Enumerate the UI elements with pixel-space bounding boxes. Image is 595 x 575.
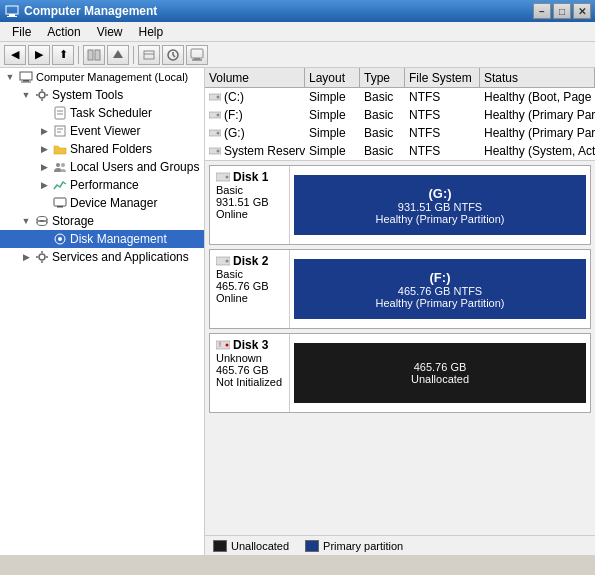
menu-help[interactable]: Help [131, 23, 172, 41]
disk-management-label: Disk Management [70, 232, 167, 246]
system-tools-expand-icon: ▼ [18, 87, 34, 103]
row1-volume: (C:) [224, 90, 244, 104]
table-body: (C:) Simple Basic NTFS Healthy (Boot, Pa… [205, 88, 595, 161]
col-status[interactable]: Status [480, 68, 595, 87]
svg-line-10 [173, 55, 175, 57]
svg-marker-5 [113, 50, 123, 58]
col-type[interactable]: Type [360, 68, 405, 87]
legend-unallocated: Unallocated [213, 540, 289, 552]
table-row[interactable]: (G:) Simple Basic NTFS Healthy (Primary … [205, 124, 595, 142]
disk3-partition1[interactable]: 465.76 GB Unallocated [294, 343, 586, 403]
show-hide-button[interactable] [83, 45, 105, 65]
device-manager-icon [52, 195, 68, 211]
services-label: Services and Applications [52, 250, 189, 264]
sidebar-item-local-users[interactable]: ▶ Local Users and Groups [0, 158, 204, 176]
legend-unallocated-label: Unallocated [231, 540, 289, 552]
sidebar-item-services[interactable]: ▶ Services and Applications [0, 248, 204, 266]
app-icon [4, 3, 20, 19]
disk2-partitions[interactable]: (F:) 465.76 GB NTFS Healthy (Primary Par… [290, 250, 590, 328]
disk2-type: Basic [216, 268, 283, 280]
toolbar-separator [78, 46, 79, 64]
disk1-p1-sub: Healthy (Primary Partition) [376, 213, 505, 225]
svg-rect-11 [191, 49, 203, 58]
up-button[interactable]: ⬆ [52, 45, 74, 65]
system-tools-icon [34, 87, 50, 103]
disk1-row: Disk 1 Basic 931.51 GB Online (G:) 931.5… [209, 165, 591, 245]
svg-rect-3 [88, 50, 93, 60]
task-scheduler-label: Task Scheduler [70, 106, 152, 120]
sidebar-item-event-viewer[interactable]: ▶ Event Viewer [0, 122, 204, 140]
row1-filesystem: NTFS [405, 88, 480, 105]
col-volume[interactable]: Volume [205, 68, 305, 87]
svg-rect-1 [9, 14, 15, 16]
col-layout[interactable]: Layout [305, 68, 360, 87]
services-icon [34, 249, 50, 265]
menu-view[interactable]: View [89, 23, 131, 41]
disk2-partition1[interactable]: (F:) 465.76 GB NTFS Healthy (Primary Par… [294, 259, 586, 319]
disk1-partitions[interactable]: (G:) 931.51 GB NTFS Healthy (Primary Par… [290, 166, 590, 244]
row3-status: Healthy (Primary Partitic [480, 124, 595, 141]
disk3-p1-detail: 465.76 GB [414, 361, 467, 373]
sidebar-item-performance[interactable]: ▶ Performance [0, 176, 204, 194]
svg-point-52 [226, 176, 229, 179]
local-users-icon [52, 159, 68, 175]
disk1-type: Basic [216, 184, 283, 196]
up-tree-button[interactable] [107, 45, 129, 65]
menu-file[interactable]: File [4, 23, 39, 41]
svg-rect-14 [20, 72, 32, 80]
sidebar-item-storage[interactable]: ▼ Storage [0, 212, 204, 230]
row2-status: Healthy (Primary Partitic [480, 106, 595, 123]
svg-point-44 [217, 95, 220, 98]
performance-icon [52, 177, 68, 193]
table-row[interactable]: (F:) Simple Basic NTFS Healthy (Primary … [205, 106, 595, 124]
shared-folders-expand-icon: ▶ [36, 141, 52, 157]
disk2-row: Disk 2 Basic 465.76 GB Online (F:) 465.7… [209, 249, 591, 329]
minimize-button[interactable]: − [533, 3, 551, 19]
window-controls: − □ ✕ [533, 3, 591, 19]
sidebar-item-task-scheduler[interactable]: ▶ Task Scheduler [0, 104, 204, 122]
local-users-label: Local Users and Groups [70, 160, 199, 174]
sidebar-root[interactable]: ▼ Computer Management (Local) [0, 68, 204, 86]
svg-point-28 [56, 163, 60, 167]
toolbar-btn-3[interactable] [138, 45, 160, 65]
legend-primary-box [305, 540, 319, 552]
sidebar-item-system-tools[interactable]: ▼ System Tools [0, 86, 204, 104]
storage-icon [34, 213, 50, 229]
row4-volume: System Reserved [224, 144, 305, 158]
performance-label: Performance [70, 178, 139, 192]
disk2-p1-label: (F:) [430, 270, 451, 285]
disk-visual-area[interactable]: Disk 1 Basic 931.51 GB Online (G:) 931.5… [205, 161, 595, 535]
col-filesystem[interactable]: File System [405, 68, 480, 87]
row4-filesystem: NTFS [405, 142, 480, 159]
disk1-p1-label: (G:) [428, 186, 451, 201]
menu-action[interactable]: Action [39, 23, 88, 41]
table-row[interactable]: (C:) Simple Basic NTFS Healthy (Boot, Pa… [205, 88, 595, 106]
toolbar-btn-4[interactable] [162, 45, 184, 65]
back-button[interactable]: ◀ [4, 45, 26, 65]
table-row[interactable]: System Reserved Simple Basic NTFS Health… [205, 142, 595, 160]
task-scheduler-icon [52, 105, 68, 121]
disk3-partitions[interactable]: 465.76 GB Unallocated [290, 334, 590, 412]
maximize-button[interactable]: □ [553, 3, 571, 19]
sidebar-item-device-manager[interactable]: ▶ Device Manager [0, 194, 204, 212]
svg-rect-0 [6, 6, 18, 14]
disk1-status: Online [216, 208, 283, 220]
computer-icon [18, 69, 34, 85]
disk3-status: Not Initialized [216, 376, 283, 388]
sidebar-item-shared-folders[interactable]: ▶ Shared Folders [0, 140, 204, 158]
sidebar-item-disk-management[interactable]: ▶ Disk Management [0, 230, 204, 248]
window-title: Computer Management [24, 4, 533, 18]
disk2-p1-sub: Healthy (Primary Partition) [376, 297, 505, 309]
legend-bar: Unallocated Primary partition [205, 535, 595, 555]
disk2-size: 465.76 GB [216, 280, 283, 292]
row4-layout: Simple [305, 142, 360, 159]
toolbar: ◀ ▶ ⬆ [0, 42, 595, 68]
toolbar-btn-5[interactable] [186, 45, 208, 65]
disk3-type: Unknown [216, 352, 283, 364]
disk1-info: Disk 1 Basic 931.51 GB Online [210, 166, 290, 244]
svg-rect-6 [144, 51, 154, 59]
forward-button[interactable]: ▶ [28, 45, 50, 65]
disk1-partition1[interactable]: (G:) 931.51 GB NTFS Healthy (Primary Par… [294, 175, 586, 235]
close-button[interactable]: ✕ [573, 3, 591, 19]
svg-point-29 [61, 163, 65, 167]
